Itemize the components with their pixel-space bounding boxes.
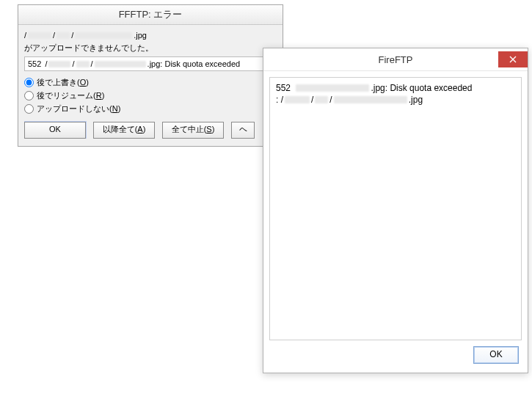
radio-overwrite[interactable]: 後で上書き(O) xyxy=(24,77,277,88)
radio-resume[interactable]: 後でリジューム(R) xyxy=(24,90,277,101)
redacted-segment xyxy=(28,32,51,39)
fireftp-line2: : / / / .jpg xyxy=(276,94,515,106)
ffftp-path-line: / / / .jpg xyxy=(24,31,277,40)
ffftp-status-code: 552 xyxy=(28,59,41,68)
ffftp-titlebar: FFFTP: エラー xyxy=(18,5,283,25)
redacted-segment xyxy=(48,61,70,67)
help-button-clipped[interactable]: ヘ xyxy=(231,122,255,139)
ffftp-title: FFFTP: エラー xyxy=(119,9,183,20)
redacted-segment xyxy=(334,96,407,103)
fireftp-dialog: FireFTP 552 .jpg: Disk quota exceeded : … xyxy=(263,48,528,373)
ffftp-body: / / / .jpg がアップロードできませんでした。 552 / / / .j… xyxy=(18,25,283,146)
ffftp-upload-failed-text: がアップロードできませんでした。 xyxy=(24,43,277,54)
ffftp-path-ext: .jpg xyxy=(134,31,147,40)
all-stop-button[interactable]: 全て中止(S) xyxy=(162,122,224,139)
all-after-button[interactable]: 以降全て(A) xyxy=(93,122,155,139)
ok-button[interactable]: OK xyxy=(24,122,86,139)
redacted-segment xyxy=(296,84,369,92)
redacted-segment xyxy=(57,32,70,39)
fireftp-line1: 552 .jpg: Disk quota exceeded xyxy=(276,82,515,94)
redacted-segment xyxy=(75,32,132,39)
close-icon xyxy=(509,56,517,63)
fireftp-footer: OK xyxy=(263,346,528,373)
redacted-segment xyxy=(76,61,90,67)
close-button[interactable] xyxy=(498,51,528,67)
radio-overwrite-input[interactable] xyxy=(24,78,34,87)
ffftp-status-text: .jpg: Disk quota exceeded xyxy=(147,59,241,68)
ffftp-error-dialog: FFFTP: エラー / / / .jpg がアップロードできませんでした。 5… xyxy=(18,4,283,147)
redacted-segment xyxy=(315,96,328,103)
fireftp-message-area: 552 .jpg: Disk quota exceeded : / / / .j… xyxy=(269,77,522,340)
fireftp-ok-button[interactable]: OK xyxy=(473,346,519,364)
ffftp-message-box: 552 / / / .jpg: Disk quota exceeded xyxy=(24,56,277,71)
fireftp-titlebar: FireFTP xyxy=(263,48,528,71)
radio-skip[interactable]: アップロードしない(N) xyxy=(24,103,277,114)
radio-skip-input[interactable] xyxy=(24,104,34,114)
redacted-segment xyxy=(95,61,146,67)
ffftp-radio-group: 後で上書き(O) 後でリジューム(R) アップロードしない(N) xyxy=(24,77,277,114)
radio-resume-input[interactable] xyxy=(24,91,34,100)
fireftp-title: FireFTP xyxy=(293,54,498,65)
redacted-segment xyxy=(285,96,310,103)
ffftp-button-row: OK 以降全て(A) 全て中止(S) ヘ xyxy=(24,120,277,139)
